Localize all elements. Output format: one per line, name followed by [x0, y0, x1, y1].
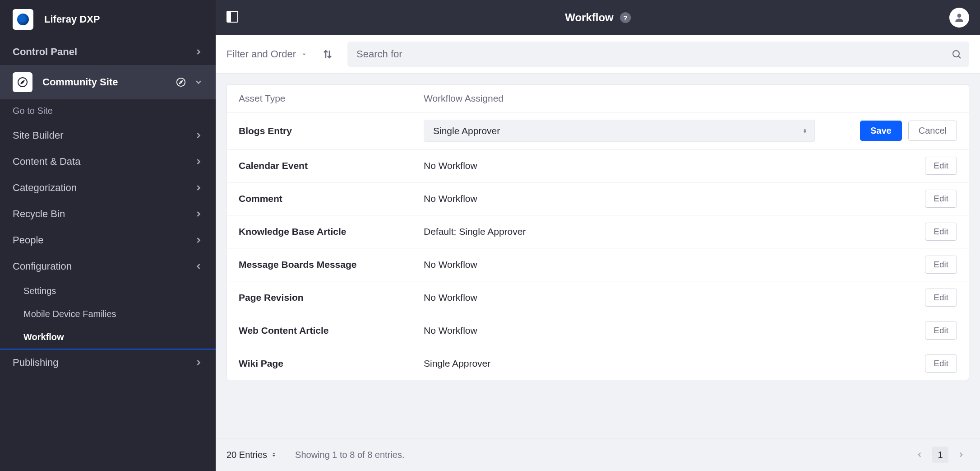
toggle-sidebar-button[interactable]	[227, 11, 240, 24]
workflow-cell: No Workflow	[424, 193, 849, 204]
edit-button[interactable]: Edit	[925, 256, 957, 274]
asset-type-cell: Knowledge Base Article	[239, 226, 424, 237]
table-row: Calendar EventNo WorkflowEdit	[227, 149, 969, 182]
product-logo	[13, 9, 33, 30]
footer: 20 Entries Showing 1 to 8 of 8 entries. …	[216, 438, 980, 471]
sidebar-subitem-settings[interactable]: Settings	[0, 280, 216, 303]
svg-point-4	[957, 14, 962, 18]
chevron-right-icon	[194, 131, 203, 140]
table-row: CommentNo WorkflowEdit	[227, 182, 969, 215]
edit-button[interactable]: Edit	[925, 190, 957, 208]
asset-type-cell: Web Content Article	[239, 325, 424, 336]
chevron-down-icon	[194, 262, 203, 271]
sidebar-item-label: Categorization	[13, 182, 77, 194]
toolbar: Filter and Order	[216, 35, 980, 74]
edit-button[interactable]: Edit	[925, 157, 957, 175]
main: Workflow ? Filter and Order Asset	[216, 0, 980, 471]
prev-page-button[interactable]	[911, 447, 928, 463]
compass-icon	[13, 72, 32, 92]
panel-icon	[227, 11, 238, 23]
chevron-right-icon	[957, 451, 965, 459]
help-icon[interactable]: ?	[620, 12, 631, 23]
action-cell: Edit	[849, 223, 957, 241]
sidebar-item-label: Control Panel	[13, 46, 77, 58]
chevron-right-icon	[194, 183, 203, 192]
asset-type-cell: Page Revision	[239, 292, 424, 303]
asset-type-cell: Blogs Entry	[239, 126, 424, 136]
showing-text: Showing 1 to 8 of 8 entries.	[295, 450, 404, 460]
chevron-right-icon	[194, 358, 203, 367]
table-row: Page RevisionNo WorkflowEdit	[227, 281, 969, 314]
caret-sort-icon	[271, 452, 277, 458]
chevron-down-icon	[194, 78, 203, 87]
sidebar-item-recycle-bin[interactable]: Recycle Bin	[0, 201, 216, 227]
sidebar-item-community-site[interactable]: Community Site	[0, 65, 216, 99]
compass-outline-icon	[176, 77, 186, 87]
go-to-site-link[interactable]: Go to Site	[0, 99, 216, 122]
workflow-cell: No Workflow	[424, 325, 849, 336]
asset-type-cell: Calendar Event	[239, 160, 424, 171]
filter-order-label: Filter and Order	[227, 48, 296, 60]
cancel-button[interactable]: Cancel	[908, 121, 957, 141]
sidebar-header: Liferay DXP	[0, 0, 216, 39]
sidebar-item-categorization[interactable]: Categorization	[0, 175, 216, 201]
workflow-select-wrap: No WorkflowSingle Approver	[424, 120, 815, 142]
entries-per-page[interactable]: 20 Entries	[227, 450, 277, 460]
sidebar: Liferay DXP Control Panel Community Site…	[0, 0, 216, 471]
sidebar-item-content-data[interactable]: Content & Data	[0, 149, 216, 175]
action-cell: Edit	[849, 256, 957, 274]
sidebar-item-control-panel[interactable]: Control Panel	[0, 39, 216, 65]
workflow-cell: Single Approver	[424, 358, 849, 369]
svg-point-2	[177, 78, 185, 86]
sidebar-item-site-builder[interactable]: Site Builder	[0, 122, 216, 149]
caret-sort-icon	[802, 128, 808, 134]
sidebar-item-label: Publishing	[13, 357, 59, 368]
sidebar-item-people[interactable]: People	[0, 227, 216, 253]
table-header: Asset Type Workflow Assigned	[227, 85, 969, 112]
filter-order-dropdown[interactable]: Filter and Order	[227, 48, 308, 60]
next-page-button[interactable]	[953, 447, 969, 463]
table-row: Wiki PageSingle ApproverEdit	[227, 347, 969, 380]
search-input[interactable]	[356, 48, 947, 60]
search-icon[interactable]	[951, 49, 962, 60]
sidebar-subitem-workflow[interactable]: Workflow	[0, 326, 216, 349]
table-row: Web Content ArticleNo WorkflowEdit	[227, 314, 969, 347]
user-avatar[interactable]	[949, 8, 969, 28]
sort-direction-button[interactable]	[320, 47, 335, 61]
asset-type-cell: Comment	[239, 193, 424, 204]
chevron-right-icon	[194, 236, 203, 245]
sidebar-item-label: Community Site	[42, 76, 118, 88]
chevron-right-icon	[194, 210, 203, 219]
edit-button[interactable]: Edit	[925, 289, 957, 307]
edit-button[interactable]: Edit	[925, 322, 957, 340]
sidebar-item-label: Recycle Bin	[13, 208, 65, 220]
col-header-asset: Asset Type	[239, 93, 424, 104]
svg-line-8	[958, 56, 961, 58]
workflow-select[interactable]: No WorkflowSingle Approver	[424, 120, 814, 141]
chevron-right-icon	[194, 157, 203, 166]
svg-point-7	[953, 51, 959, 57]
sidebar-subitem-mobile-device-families[interactable]: Mobile Device Families	[0, 303, 216, 326]
workflow-cell: No Workflow	[424, 160, 849, 171]
current-page[interactable]: 1	[932, 447, 948, 463]
svg-marker-3	[179, 80, 182, 84]
page-title: Workflow	[565, 11, 614, 24]
edit-button[interactable]: Edit	[925, 354, 957, 373]
workflow-cell: Default: Single Approver	[424, 226, 849, 237]
sidebar-item-label: Content & Data	[13, 156, 80, 168]
edit-button[interactable]: Edit	[925, 223, 957, 241]
table-row: Knowledge Base ArticleDefault: Single Ap…	[227, 215, 969, 248]
action-cell: Edit	[849, 322, 957, 340]
asset-type-cell: Message Boards Message	[239, 259, 424, 270]
table-row: Message Boards MessageNo WorkflowEdit	[227, 248, 969, 281]
content-area[interactable]: Asset Type Workflow Assigned Blogs Entry…	[216, 74, 980, 438]
entries-label: 20 Entries	[227, 450, 267, 460]
action-cell: Edit	[849, 157, 957, 175]
save-button[interactable]: Save	[860, 121, 902, 141]
workflow-cell: No WorkflowSingle Approver	[424, 120, 849, 142]
sidebar-item-publishing[interactable]: Publishing	[0, 349, 216, 376]
workflow-cell: No Workflow	[424, 292, 849, 303]
svg-marker-1	[21, 80, 24, 84]
sidebar-item-configuration[interactable]: Configuration	[0, 253, 216, 280]
go-to-site-label: Go to Site	[13, 106, 53, 116]
